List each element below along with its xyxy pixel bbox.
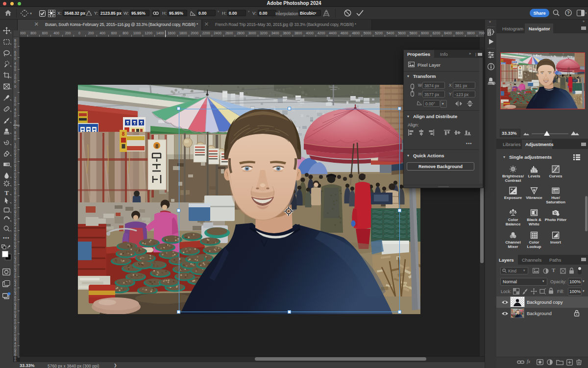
svg-text:?: ? [567,10,570,15]
svg-text:T: T [4,189,9,196]
